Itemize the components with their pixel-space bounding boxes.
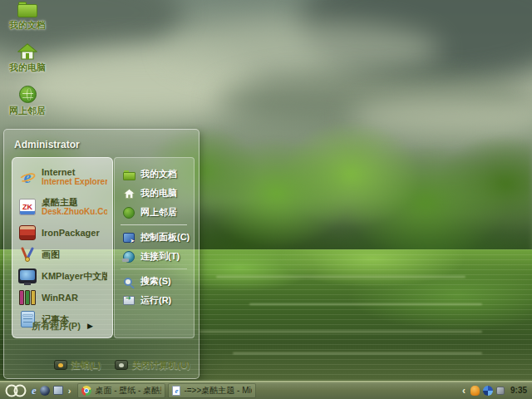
start-menu-header: Administrator	[4, 130, 199, 157]
desktop-icon-label: 网上邻居	[9, 106, 46, 116]
chrome-icon	[81, 386, 91, 396]
my-network-icon	[122, 206, 135, 219]
menu-separator	[121, 224, 187, 225]
ironpackager-icon	[17, 223, 37, 243]
menu-item-my-network[interactable]: 网上邻居	[121, 203, 192, 222]
log-off-icon	[54, 360, 67, 370]
taskbar-clock: 9:35	[510, 386, 527, 395]
search-icon	[122, 275, 135, 288]
menu-item-label: 搜索(S)	[140, 275, 171, 288]
menu-item-control-panel[interactable]: 控制面板(C)	[121, 228, 192, 247]
globe-icon	[19, 86, 37, 103]
kmplayer-icon	[17, 266, 37, 286]
log-off-button[interactable]: 注销(L)	[54, 359, 101, 372]
menu-item-my-documents[interactable]: 我的文档	[121, 165, 192, 184]
connect-to-icon	[122, 250, 135, 264]
quick-launch-bar: e ›	[32, 384, 72, 397]
start-menu-body: e Internet Internet Explorer ZK 桌酷主题 Des…	[12, 157, 195, 338]
shut-down-label: 关闭计算机(U)	[132, 359, 190, 372]
desktop-icon-label: 我的电脑	[9, 62, 46, 72]
all-programs-button[interactable]: 所有程序(P) ▶	[12, 318, 112, 333]
menu-item-zhuoku-theme[interactable]: ZK 桌酷主题 Desk.ZhuoKu.Com	[16, 192, 109, 222]
taskbar-window-chrome[interactable]: 桌面 - 壁纸 - 桌酷壁...	[77, 383, 165, 398]
shut-down-button[interactable]: 关闭计算机(U)	[115, 359, 190, 372]
menu-item-label: 连接到(T)	[140, 250, 180, 263]
quick-launch-ie-icon[interactable]: e	[32, 384, 37, 397]
start-menu-left-panel: e Internet Internet Explorer ZK 桌酷主题 Des…	[12, 157, 113, 338]
menu-item-title: 桌酷主题	[42, 198, 107, 207]
menu-item-title: KMPlayer中文版	[42, 272, 107, 281]
menu-item-subtitle: Internet Explorer	[42, 177, 107, 186]
menu-item-ironpackager[interactable]: IronPackager	[16, 222, 109, 244]
taskbar: e › 桌面 - 壁纸 - 桌酷壁... -=>>桌酷主题 - Mic... ‹…	[0, 381, 532, 399]
menu-item-label: 我的文档	[140, 168, 177, 180]
ie-document-icon	[172, 386, 180, 396]
folder-icon	[17, 2, 37, 17]
menu-item-connect-to[interactable]: 连接到(T)	[121, 247, 192, 266]
tray-volume-icon[interactable]	[496, 387, 505, 395]
water-streak	[200, 331, 482, 332]
menu-item-subtitle: Desk.ZhuoKu.Com	[42, 207, 107, 216]
internet-explorer-icon: e	[17, 167, 37, 187]
start-menu-right-panel: 我的文档 我的电脑 网上邻居 控制面板(C) 连接到(T)	[114, 157, 195, 338]
desktop-icon-my-computer[interactable]: 我的电脑	[2, 43, 53, 72]
user-name: Administrator	[14, 139, 80, 150]
start-rings-icon	[3, 383, 28, 398]
menu-item-label: 网上邻居	[140, 206, 177, 219]
desktop-icon-list: 我的文档 我的电脑 网上邻居	[2, 2, 53, 129]
winrar-icon	[17, 288, 37, 308]
zhuoku-theme-icon: ZK	[17, 197, 37, 217]
menu-item-title: Internet	[42, 168, 107, 177]
tray-collapse-chevron[interactable]: ‹	[461, 385, 467, 397]
tray-update-icon[interactable]	[483, 386, 493, 396]
menu-item-paint[interactable]: 画图	[16, 244, 109, 265]
start-menu-footer: 注销(L) 关闭计算机(U)	[4, 357, 190, 372]
system-tray: ‹ 9:35	[461, 385, 532, 397]
start-menu: Administrator e Internet Internet Explor…	[3, 129, 200, 379]
my-computer-icon	[122, 187, 135, 200]
desktop-icon-label: 我的文档	[9, 20, 46, 30]
menu-item-my-computer[interactable]: 我的电脑	[121, 184, 192, 203]
menu-item-label: 控制面板(C)	[140, 231, 190, 244]
run-icon	[122, 294, 135, 308]
paint-icon	[17, 244, 37, 264]
shut-down-icon	[115, 360, 128, 370]
house-icon	[17, 43, 37, 60]
menu-item-label: 运行(R)	[140, 294, 171, 307]
quick-launch-expand-chevron[interactable]: ›	[66, 386, 73, 396]
menu-item-internet-explorer[interactable]: e Internet Internet Explorer	[16, 162, 109, 192]
menu-item-winrar[interactable]: WinRAR	[16, 287, 109, 308]
menu-item-title: 画图	[42, 250, 60, 259]
menu-item-title: WinRAR	[42, 293, 78, 303]
all-programs-label: 所有程序(P)	[32, 320, 81, 332]
tray-messenger-icon[interactable]	[470, 386, 480, 396]
menu-item-label: 我的电脑	[140, 187, 177, 200]
taskbar-window-ie[interactable]: -=>>桌酷主题 - Mic...	[168, 383, 256, 398]
control-panel-icon	[122, 231, 135, 244]
desktop-icon-my-network[interactable]: 网上邻居	[2, 86, 53, 116]
menu-item-kmplayer[interactable]: KMPlayer中文版	[16, 265, 109, 287]
menu-item-run[interactable]: 运行(R)	[121, 291, 192, 310]
window-title: 桌面 - 壁纸 - 桌酷壁...	[95, 385, 161, 397]
quick-launch-show-desktop-icon[interactable]	[53, 386, 63, 395]
quick-launch-media-icon[interactable]	[40, 386, 50, 396]
my-documents-icon	[122, 168, 135, 181]
log-off-label: 注销(L)	[71, 359, 101, 372]
right-arrow-icon: ▶	[87, 322, 93, 330]
water-streak	[233, 352, 482, 354]
desktop-icon-my-documents[interactable]: 我的文档	[2, 2, 53, 30]
water-streak	[249, 303, 482, 305]
window-title: -=>>桌酷主题 - Mic...	[184, 385, 252, 397]
start-button[interactable]	[0, 382, 32, 399]
menu-item-search[interactable]: 搜索(S)	[121, 272, 192, 291]
water-streak	[216, 276, 466, 278]
menu-item-title: IronPackager	[42, 229, 100, 238]
menu-separator	[121, 268, 187, 269]
